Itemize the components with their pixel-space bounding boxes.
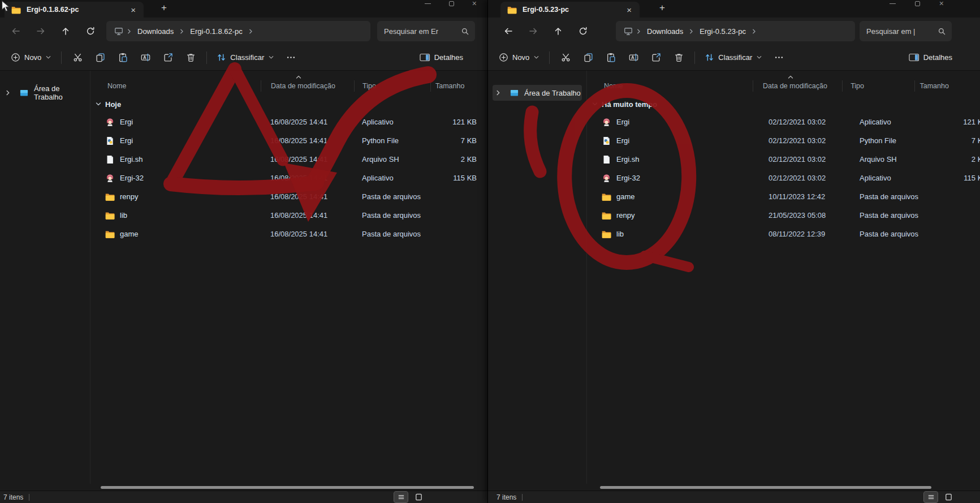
up-button[interactable] bbox=[548, 22, 568, 40]
file-name: game bbox=[616, 192, 635, 201]
forward-button[interactable] bbox=[31, 22, 51, 40]
file-list-pane: Nome Data de modificação Tipo Tamanho Há… bbox=[587, 71, 980, 484]
new-button[interactable]: Novo bbox=[494, 48, 545, 67]
view-toggles bbox=[394, 492, 425, 502]
column-header-size[interactable]: Tamanho bbox=[914, 80, 980, 92]
new-button[interactable]: Novo bbox=[6, 48, 57, 67]
file-type: Aplicativo bbox=[354, 118, 430, 126]
large-icons-view-button[interactable] bbox=[412, 492, 425, 502]
breadcrumb-downloads[interactable]: Downloads bbox=[135, 27, 176, 36]
tab-close-icon[interactable]: × bbox=[127, 5, 139, 15]
file-date: 02/12/2021 03:02 bbox=[759, 136, 852, 145]
new-tab-button[interactable]: + bbox=[654, 2, 670, 14]
file-date: 21/05/2023 05:08 bbox=[759, 211, 852, 220]
copy-button[interactable] bbox=[89, 48, 111, 67]
file-row[interactable]: Ergi.sh 02/12/2021 03:02 Arquivo SH 2 KB bbox=[587, 150, 980, 169]
details-pane-button[interactable]: Detalhes bbox=[904, 48, 957, 67]
breadcrumb-folder[interactable]: Ergi-0.1.8.62-pc bbox=[188, 27, 245, 36]
file-row[interactable]: Ergi-32 02/12/2021 03:02 Aplicativo 115 … bbox=[587, 169, 980, 187]
copy-button[interactable] bbox=[577, 48, 599, 67]
share-button[interactable] bbox=[645, 48, 667, 67]
forward-button[interactable] bbox=[523, 22, 543, 40]
column-header-type[interactable]: Tipo bbox=[842, 80, 914, 92]
status-bar: 7 itens bbox=[488, 491, 980, 503]
back-button[interactable] bbox=[6, 22, 26, 40]
game-app-icon bbox=[602, 118, 611, 127]
group-header[interactable]: Há muito tempo bbox=[587, 96, 980, 113]
details-pane-icon bbox=[909, 53, 919, 62]
breadcrumb-folder[interactable]: Ergi-0.5.23-pc bbox=[697, 27, 748, 36]
close-icon[interactable]: × bbox=[939, 0, 944, 7]
details-view-button[interactable] bbox=[394, 492, 408, 502]
file-row[interactable]: renpy 16/08/2025 14:41 Pasta de arquivos bbox=[90, 187, 487, 206]
search-box[interactable]: Pesquisar em Er bbox=[377, 21, 475, 41]
sort-button[interactable]: Classificar bbox=[700, 48, 767, 67]
rename-button[interactable] bbox=[622, 48, 645, 67]
file-name: Ergi bbox=[616, 118, 629, 126]
file-name: Ergi bbox=[120, 118, 133, 126]
item-count: 7 itens bbox=[0, 493, 23, 501]
details-pane-button[interactable]: Detalhes bbox=[415, 48, 468, 67]
rename-button[interactable] bbox=[134, 48, 157, 67]
cut-icon bbox=[73, 53, 83, 62]
file-row[interactable]: Ergi 02/12/2021 03:02 Python File 7 KB bbox=[587, 131, 980, 150]
column-header-date[interactable]: Data de modificação bbox=[261, 80, 354, 92]
breadcrumb-downloads[interactable]: Downloads bbox=[645, 27, 685, 36]
group-header[interactable]: Hoje bbox=[90, 96, 487, 113]
refresh-button[interactable] bbox=[80, 22, 101, 40]
sidebar-item-desktop[interactable]: Área de Trabalho bbox=[0, 85, 90, 101]
horizontal-scrollbar[interactable] bbox=[600, 486, 931, 489]
refresh-button[interactable] bbox=[573, 22, 593, 40]
back-button[interactable] bbox=[498, 22, 519, 40]
tab-current-folder[interactable]: Ergi-0.1.8.62-pc × bbox=[5, 2, 144, 18]
up-button[interactable] bbox=[55, 22, 76, 40]
more-options-button[interactable] bbox=[279, 48, 302, 67]
new-tab-button[interactable]: + bbox=[156, 2, 172, 14]
trash-icon bbox=[674, 53, 684, 62]
sort-button[interactable]: Classificar bbox=[211, 48, 279, 67]
copy-icon bbox=[96, 53, 105, 62]
maximize-icon[interactable] bbox=[915, 1, 920, 6]
file-row[interactable]: Ergi.sh 16/08/2025 14:41 Arquivo SH 2 KB bbox=[90, 150, 487, 169]
delete-button[interactable] bbox=[667, 48, 690, 67]
folder-icon bbox=[602, 230, 611, 239]
tab-close-icon[interactable]: × bbox=[623, 5, 635, 15]
minimize-icon[interactable] bbox=[890, 3, 896, 4]
file-row[interactable]: Ergi 16/08/2025 14:41 Aplicativo 121 KB bbox=[90, 113, 487, 131]
paste-button[interactable] bbox=[111, 48, 134, 67]
file-row[interactable]: Ergi 02/12/2021 03:02 Aplicativo 121 KB bbox=[587, 113, 980, 131]
column-header-date[interactable]: Data de modificação bbox=[753, 80, 842, 92]
details-label: Detalhes bbox=[434, 53, 463, 62]
cut-button[interactable] bbox=[554, 48, 577, 67]
breadcrumb[interactable]: Downloads Ergi-0.1.8.62-pc bbox=[106, 21, 370, 41]
minimize-icon[interactable] bbox=[425, 3, 431, 4]
tab-current-folder[interactable]: Ergi-0.5.23-pc × bbox=[500, 2, 640, 18]
file-row[interactable]: Ergi 16/08/2025 14:41 Python File 7 KB bbox=[90, 131, 487, 150]
delete-button[interactable] bbox=[179, 48, 202, 67]
navigation-pane: Área de Trabalho bbox=[0, 71, 90, 484]
file-row[interactable]: lib 08/11/2022 12:39 Pasta de arquivos bbox=[587, 225, 980, 243]
file-row[interactable]: Ergi-32 16/08/2025 14:41 Aplicativo 115 … bbox=[90, 169, 487, 187]
maximize-icon[interactable] bbox=[449, 1, 454, 6]
column-header-name[interactable]: Nome bbox=[587, 80, 753, 92]
search-box[interactable]: Pesquisar em | bbox=[860, 21, 952, 41]
file-row[interactable]: game 16/08/2025 14:41 Pasta de arquivos bbox=[90, 225, 487, 243]
more-options-button[interactable] bbox=[767, 48, 790, 67]
column-header-name[interactable]: Nome bbox=[90, 80, 261, 92]
paste-button[interactable] bbox=[599, 48, 622, 67]
file-row[interactable]: lib 16/08/2025 14:41 Pasta de arquivos bbox=[90, 206, 487, 225]
share-button[interactable] bbox=[157, 48, 179, 67]
horizontal-scrollbar[interactable] bbox=[101, 486, 474, 489]
column-header-size[interactable]: Tamanho bbox=[430, 80, 487, 92]
file-row[interactable]: game 10/11/2023 12:42 Pasta de arquivos bbox=[587, 187, 980, 206]
cut-button[interactable] bbox=[66, 48, 89, 67]
column-header-type[interactable]: Tipo bbox=[354, 80, 430, 92]
breadcrumb[interactable]: Downloads Ergi-0.5.23-pc bbox=[616, 21, 855, 41]
close-icon[interactable]: × bbox=[472, 0, 477, 7]
file-row[interactable]: renpy 21/05/2023 05:08 Pasta de arquivos bbox=[587, 206, 980, 225]
details-view-button[interactable] bbox=[924, 492, 938, 502]
file-list-pane: Nome Data de modificação Tipo Tamanho Ho… bbox=[90, 71, 487, 484]
file-name: renpy bbox=[120, 192, 139, 201]
large-icons-view-button[interactable] bbox=[942, 492, 955, 502]
sidebar-item-desktop[interactable]: Área de Trabalho bbox=[493, 85, 582, 101]
